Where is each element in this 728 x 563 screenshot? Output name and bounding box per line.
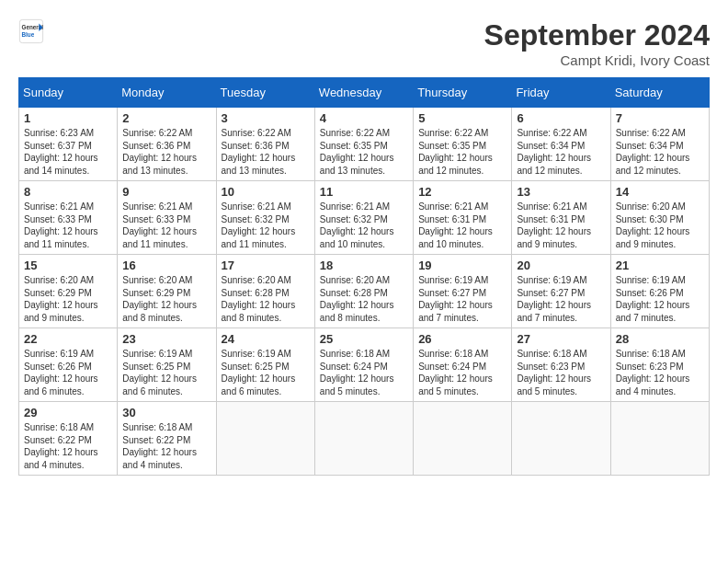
calendar-day-cell: 25 Sunrise: 6:18 AM Sunset: 6:24 PM Dayl…: [314, 328, 413, 402]
calendar-header-cell: Saturday: [610, 78, 709, 108]
day-number: 11: [320, 185, 408, 199]
day-number: 14: [616, 185, 704, 199]
day-number: 20: [517, 259, 605, 272]
calendar-week-row: 8 Sunrise: 6:21 AM Sunset: 6:33 PM Dayli…: [19, 181, 710, 255]
location: Campt Kridi, Ivory Coast: [484, 52, 710, 68]
calendar-day-cell: 15 Sunrise: 6:20 AM Sunset: 6:29 PM Dayl…: [19, 255, 118, 328]
day-number: 17: [222, 259, 310, 272]
day-info: Sunrise: 6:19 AM Sunset: 6:26 PM Dayligh…: [616, 274, 704, 324]
calendar-day-cell: 4 Sunrise: 6:22 AM Sunset: 6:35 PM Dayli…: [314, 108, 413, 181]
day-info: Sunrise: 6:22 AM Sunset: 6:34 PM Dayligh…: [616, 127, 704, 177]
logo-icon: General Blue: [18, 18, 44, 44]
day-info: Sunrise: 6:21 AM Sunset: 6:31 PM Dayligh…: [418, 201, 506, 250]
calendar-day-cell: 8 Sunrise: 6:21 AM Sunset: 6:33 PM Dayli…: [19, 181, 118, 255]
calendar-day-cell: [216, 402, 314, 476]
day-info: Sunrise: 6:23 AM Sunset: 6:37 PM Dayligh…: [24, 127, 112, 177]
day-number: 26: [418, 332, 506, 346]
month-title: September 2024: [484, 18, 710, 52]
calendar-day-cell: 28 Sunrise: 6:18 AM Sunset: 6:23 PM Dayl…: [610, 328, 709, 402]
day-number: 13: [517, 185, 605, 199]
day-info: Sunrise: 6:20 AM Sunset: 6:28 PM Dayligh…: [320, 274, 408, 324]
calendar-day-cell: 2 Sunrise: 6:22 AM Sunset: 6:36 PM Dayli…: [118, 108, 216, 181]
calendar-day-cell: 29 Sunrise: 6:18 AM Sunset: 6:22 PM Dayl…: [19, 402, 118, 476]
day-number: 9: [122, 185, 210, 199]
day-info: Sunrise: 6:20 AM Sunset: 6:30 PM Dayligh…: [616, 201, 704, 250]
calendar-day-cell: 24 Sunrise: 6:19 AM Sunset: 6:25 PM Dayl…: [216, 328, 314, 402]
calendar-day-cell: [314, 402, 413, 476]
calendar-day-cell: 19 Sunrise: 6:19 AM Sunset: 6:27 PM Dayl…: [414, 255, 512, 328]
day-number: 29: [24, 406, 112, 419]
calendar-day-cell: 27 Sunrise: 6:18 AM Sunset: 6:23 PM Dayl…: [512, 328, 610, 402]
day-info: Sunrise: 6:22 AM Sunset: 6:36 PM Dayligh…: [222, 127, 310, 177]
calendar-day-cell: 30 Sunrise: 6:18 AM Sunset: 6:22 PM Dayl…: [118, 402, 216, 476]
day-number: 19: [418, 259, 506, 272]
day-info: Sunrise: 6:21 AM Sunset: 6:33 PM Dayligh…: [24, 201, 112, 250]
day-info: Sunrise: 6:18 AM Sunset: 6:23 PM Dayligh…: [517, 348, 605, 397]
day-number: 22: [24, 332, 112, 346]
day-info: Sunrise: 6:19 AM Sunset: 6:25 PM Dayligh…: [222, 348, 310, 397]
calendar-day-cell: 13 Sunrise: 6:21 AM Sunset: 6:31 PM Dayl…: [512, 181, 610, 255]
day-number: 2: [122, 111, 210, 125]
calendar-day-cell: 7 Sunrise: 6:22 AM Sunset: 6:34 PM Dayli…: [610, 108, 709, 181]
day-info: Sunrise: 6:21 AM Sunset: 6:31 PM Dayligh…: [517, 201, 605, 250]
calendar-day-cell: 1 Sunrise: 6:23 AM Sunset: 6:37 PM Dayli…: [19, 108, 118, 181]
calendar-table: SundayMondayTuesdayWednesdayThursdayFrid…: [18, 77, 710, 476]
title-area: September 2024 Campt Kridi, Ivory Coast: [484, 18, 710, 68]
header: General Blue September 2024 Campt Kridi,…: [18, 18, 710, 68]
day-info: Sunrise: 6:20 AM Sunset: 6:29 PM Dayligh…: [122, 274, 210, 324]
calendar-day-cell: 6 Sunrise: 6:22 AM Sunset: 6:34 PM Dayli…: [512, 108, 610, 181]
day-info: Sunrise: 6:21 AM Sunset: 6:33 PM Dayligh…: [122, 201, 210, 250]
calendar-week-row: 22 Sunrise: 6:19 AM Sunset: 6:26 PM Dayl…: [19, 328, 710, 402]
day-number: 23: [122, 332, 210, 346]
calendar-day-cell: 17 Sunrise: 6:20 AM Sunset: 6:28 PM Dayl…: [216, 255, 314, 328]
day-number: 24: [222, 332, 310, 346]
calendar-day-cell: 16 Sunrise: 6:20 AM Sunset: 6:29 PM Dayl…: [118, 255, 216, 328]
calendar-header-cell: Thursday: [414, 78, 512, 108]
day-number: 4: [320, 111, 408, 125]
day-info: Sunrise: 6:22 AM Sunset: 6:35 PM Dayligh…: [320, 127, 408, 177]
day-info: Sunrise: 6:18 AM Sunset: 6:23 PM Dayligh…: [616, 348, 704, 397]
day-info: Sunrise: 6:22 AM Sunset: 6:36 PM Dayligh…: [122, 127, 210, 177]
day-info: Sunrise: 6:21 AM Sunset: 6:32 PM Dayligh…: [320, 201, 408, 250]
day-number: 18: [320, 259, 408, 272]
calendar-day-cell: 10 Sunrise: 6:21 AM Sunset: 6:32 PM Dayl…: [216, 181, 314, 255]
calendar-header-cell: Monday: [118, 78, 216, 108]
calendar-day-cell: 20 Sunrise: 6:19 AM Sunset: 6:27 PM Dayl…: [512, 255, 610, 328]
day-info: Sunrise: 6:18 AM Sunset: 6:22 PM Dayligh…: [24, 421, 112, 471]
day-number: 8: [24, 185, 112, 199]
calendar-day-cell: 23 Sunrise: 6:19 AM Sunset: 6:25 PM Dayl…: [118, 328, 216, 402]
day-number: 10: [222, 185, 310, 199]
day-number: 7: [616, 111, 704, 125]
day-info: Sunrise: 6:19 AM Sunset: 6:25 PM Dayligh…: [122, 348, 210, 397]
calendar-day-cell: 22 Sunrise: 6:19 AM Sunset: 6:26 PM Dayl…: [19, 328, 118, 402]
calendar-week-row: 1 Sunrise: 6:23 AM Sunset: 6:37 PM Dayli…: [19, 108, 710, 181]
day-info: Sunrise: 6:21 AM Sunset: 6:32 PM Dayligh…: [222, 201, 310, 250]
calendar-day-cell: 3 Sunrise: 6:22 AM Sunset: 6:36 PM Dayli…: [216, 108, 314, 181]
day-info: Sunrise: 6:19 AM Sunset: 6:26 PM Dayligh…: [24, 348, 112, 397]
day-info: Sunrise: 6:19 AM Sunset: 6:27 PM Dayligh…: [517, 274, 605, 324]
svg-text:Blue: Blue: [22, 31, 35, 38]
calendar-day-cell: [610, 402, 709, 476]
calendar-day-cell: 9 Sunrise: 6:21 AM Sunset: 6:33 PM Dayli…: [118, 181, 216, 255]
day-number: 6: [517, 111, 605, 125]
day-number: 27: [517, 332, 605, 346]
calendar-day-cell: 12 Sunrise: 6:21 AM Sunset: 6:31 PM Dayl…: [414, 181, 512, 255]
day-info: Sunrise: 6:18 AM Sunset: 6:24 PM Dayligh…: [320, 348, 408, 397]
calendar-day-cell: [414, 402, 512, 476]
day-info: Sunrise: 6:20 AM Sunset: 6:28 PM Dayligh…: [222, 274, 310, 324]
day-number: 12: [418, 185, 506, 199]
calendar-week-row: 15 Sunrise: 6:20 AM Sunset: 6:29 PM Dayl…: [19, 255, 710, 328]
calendar-header-row: SundayMondayTuesdayWednesdayThursdayFrid…: [19, 78, 710, 108]
logo: General Blue: [18, 18, 44, 44]
calendar-week-row: 29 Sunrise: 6:18 AM Sunset: 6:22 PM Dayl…: [19, 402, 710, 476]
day-number: 28: [616, 332, 704, 346]
calendar-header-cell: Wednesday: [314, 78, 413, 108]
day-info: Sunrise: 6:22 AM Sunset: 6:35 PM Dayligh…: [418, 127, 506, 177]
day-number: 3: [222, 111, 310, 125]
calendar-day-cell: 11 Sunrise: 6:21 AM Sunset: 6:32 PM Dayl…: [314, 181, 413, 255]
calendar-day-cell: 21 Sunrise: 6:19 AM Sunset: 6:26 PM Dayl…: [610, 255, 709, 328]
calendar-header-cell: Friday: [512, 78, 610, 108]
calendar-day-cell: 26 Sunrise: 6:18 AM Sunset: 6:24 PM Dayl…: [414, 328, 512, 402]
day-info: Sunrise: 6:20 AM Sunset: 6:29 PM Dayligh…: [24, 274, 112, 324]
day-info: Sunrise: 6:18 AM Sunset: 6:22 PM Dayligh…: [122, 421, 210, 471]
